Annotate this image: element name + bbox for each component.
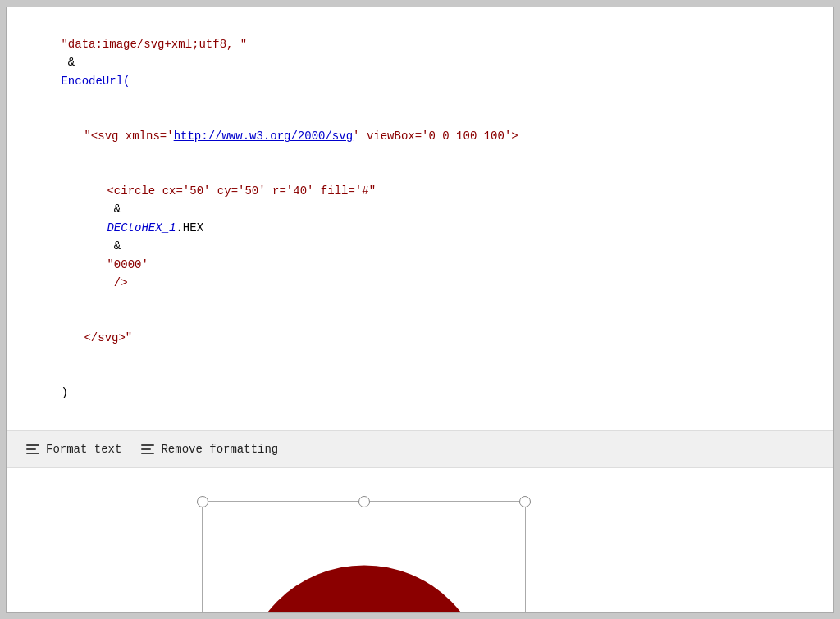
format-text-button[interactable]: Format text [16, 438, 131, 461]
code-line-3: <circle cx='50' cy='50' r='40' fill='#" … [20, 164, 820, 311]
code-line-1: "data:image/svg+xml;utf8, " & EncodeUrl( [20, 17, 820, 109]
format-text-label: Format text [46, 443, 121, 456]
format-text-icon [26, 444, 39, 454]
remove-formatting-icon [141, 444, 154, 454]
code-area: "data:image/svg+xml;utf8, " & EncodeUrl(… [7, 7, 833, 432]
remove-formatting-button[interactable]: Remove formatting [131, 438, 288, 461]
code-hex-label: .HEX [176, 221, 203, 234]
handle-top-right[interactable] [519, 496, 531, 507]
handle-top-mid[interactable] [358, 496, 370, 507]
code-link: http://www.w3.org/2000/svg [174, 130, 353, 143]
code-circle: <circle cx='50' cy='50' r='40' fill='#" [107, 184, 376, 198]
code-string-1: "data:image/svg+xml;utf8, " [61, 38, 247, 51]
remove-formatting-label: Remove formatting [161, 443, 278, 456]
code-circle-end: /> [107, 276, 127, 289]
canvas-area [7, 468, 833, 612]
code-line-4: </svg>" [20, 311, 820, 366]
code-tag-viewbox: ' viewBox='0 0 100 100'> [353, 130, 518, 143]
selection-box[interactable] [202, 501, 526, 612]
code-svg-close: </svg>" [84, 331, 132, 344]
code-amp-1: & [61, 56, 81, 69]
code-func-1: EncodeUrl( [61, 75, 130, 88]
code-func-dec: DECtoHEX_1 [107, 221, 176, 234]
code-tag-open: "<svg xmlns=' [84, 130, 173, 143]
code-amp-3: & [107, 239, 127, 253]
code-paren-close: ) [61, 386, 67, 399]
toolbar: Format text Remove formatting [7, 431, 833, 468]
handle-top-left[interactable] [197, 496, 208, 507]
code-amp-2: & [107, 203, 127, 216]
code-line-5: ) [20, 366, 820, 421]
code-line-2: "<svg xmlns='http://www.w3.org/2000/svg'… [20, 108, 820, 163]
code-hex-val: "0000' [107, 258, 148, 271]
main-window: "data:image/svg+xml;utf8, " & EncodeUrl(… [6, 7, 834, 613]
